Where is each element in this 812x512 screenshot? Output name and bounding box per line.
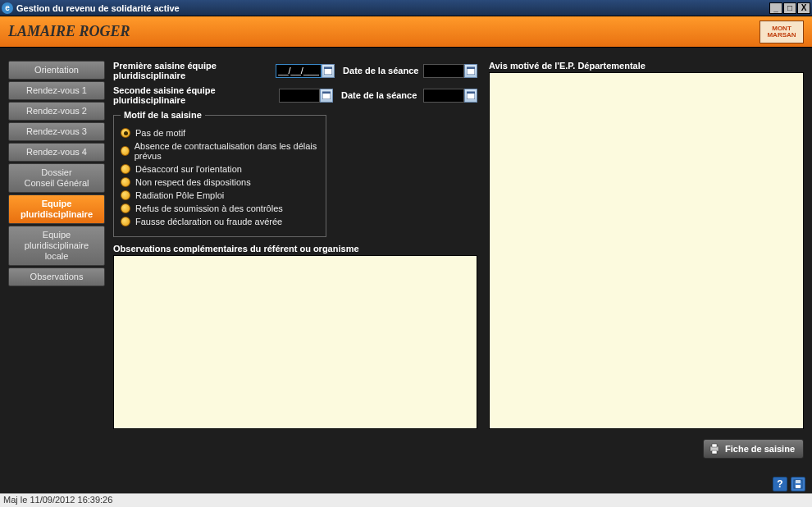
- radio-fausse-declaration[interactable]: Fausse déclaration ou fraude avérée: [121, 217, 319, 226]
- sidebar-item-orientation[interactable]: Orientation: [8, 61, 105, 80]
- sidebar-item-label: Rendez-vous 4: [26, 147, 87, 158]
- radio-label: Pas de motif: [135, 128, 185, 138]
- radio-label: Non respect des dispositions: [135, 177, 251, 187]
- radio-absence-contractualisation[interactable]: Absence de contractualisation dans les d…: [121, 141, 319, 161]
- print-icon: [709, 443, 720, 455]
- radio-label: Absence de contractualisation dans les d…: [135, 141, 319, 161]
- sidebar-item-label: Equipe pluridisciplinaire locale: [12, 230, 101, 262]
- right-column: Avis motivé de l'E.P. Départementale: [489, 61, 804, 429]
- radio-non-respect[interactable]: Non respect des dispositions: [121, 177, 319, 187]
- radio-label: Fausse déclaration ou fraude avérée: [135, 217, 282, 226]
- input-second-saisine-date[interactable]: [279, 89, 320, 103]
- sidebar-item-label: Rendez-vous 2: [26, 106, 87, 117]
- radio-label: Radiation Pôle Emploi: [135, 190, 224, 200]
- sidebar-item-label: Orientation: [34, 65, 79, 75]
- button-label: Fiche de saisine: [725, 444, 795, 454]
- label-seance-date-2: Date de la séance: [341, 90, 423, 100]
- svg-rect-13: [796, 485, 801, 488]
- title-bar: e Gestion du revenu de solidarité active…: [0, 0, 812, 16]
- sidebar-item-rdv3[interactable]: Rendez-vous 3: [8, 122, 105, 141]
- app-icon: e: [2, 2, 13, 14]
- left-column: Première saisine équipe pluridisciplinai…: [113, 61, 477, 429]
- input-first-saisine-date[interactable]: [276, 64, 322, 78]
- svg-rect-12: [796, 480, 801, 483]
- radio-icon: [121, 164, 130, 174]
- sidebar-item-equipe-plur[interactable]: Equipe pluridisciplinaire: [8, 194, 105, 224]
- calendar-icon[interactable]: [464, 64, 477, 78]
- sidebar-item-dossier-cg[interactable]: Dossier Conseil Général: [8, 163, 105, 193]
- save-button[interactable]: [791, 477, 805, 491]
- sidebar-item-label: Observations: [30, 272, 84, 282]
- sidebar-item-label: Equipe pluridisciplinaire: [12, 199, 101, 220]
- radio-icon: [121, 177, 130, 187]
- label-avis: Avis motivé de l'E.P. Départementale: [489, 61, 804, 71]
- main-area: Orientation Rendez-vous 1 Rendez-vous 2 …: [0, 48, 812, 475]
- svg-rect-7: [467, 92, 475, 94]
- calendar-icon[interactable]: [464, 89, 477, 103]
- label-seance-date-1: Date de la séance: [343, 66, 423, 75]
- header-bar: LAMAIRE ROGER MONT MARSAN: [0, 16, 812, 48]
- help-button[interactable]: ?: [773, 477, 787, 491]
- radio-desaccord-orientation[interactable]: Désaccord sur l'orientation: [121, 164, 319, 174]
- svg-rect-5: [322, 92, 331, 94]
- radio-label: Désaccord sur l'orientation: [135, 164, 242, 174]
- minimize-button[interactable]: _: [769, 2, 782, 14]
- svg-rect-10: [712, 450, 717, 454]
- radio-icon: [121, 128, 130, 138]
- close-button[interactable]: X: [797, 2, 810, 14]
- radio-refus-soumission[interactable]: Refus de soumission à des contrôles: [121, 203, 319, 213]
- input-seance-date-1[interactable]: [423, 64, 464, 78]
- radio-label: Refus de soumission à des contrôles: [135, 203, 283, 213]
- sidebar-item-label: Rendez-vous 3: [26, 126, 87, 137]
- fiche-de-saisine-button[interactable]: Fiche de saisine: [703, 439, 804, 459]
- sidebar-item-label: Rendez-vous 1: [26, 85, 87, 96]
- sidebar-item-observations[interactable]: Observations: [8, 267, 105, 286]
- input-seance-date-2[interactable]: [423, 89, 464, 103]
- sidebar-item-rdv4[interactable]: Rendez-vous 4: [8, 143, 105, 162]
- radio-icon: [121, 190, 130, 200]
- logo-mont-marsan: MONT MARSAN: [760, 21, 804, 43]
- window-title: Gestion du revenu de solidarité active: [16, 3, 180, 13]
- textarea-avis[interactable]: [489, 72, 804, 429]
- person-name: LAMAIRE ROGER: [8, 23, 130, 40]
- status-bar: Maj le 11/09/2012 16:39:26: [0, 493, 812, 507]
- radio-radiation-pole-emploi[interactable]: Radiation Pôle Emploi: [121, 190, 319, 200]
- legend-motif: Motif de la saisine: [121, 110, 205, 120]
- radio-icon: [121, 203, 130, 213]
- status-text: Maj le 11/09/2012 16:39:26: [3, 495, 112, 505]
- calendar-icon[interactable]: [322, 64, 335, 78]
- calendar-icon[interactable]: [320, 89, 333, 103]
- label-second-saisine: Seconde saisine équipe pluridisciplinair…: [113, 85, 279, 105]
- sidebar-item-rdv1[interactable]: Rendez-vous 1: [8, 81, 105, 100]
- footer-icon-bar: ?: [0, 475, 812, 493]
- sidebar: Orientation Rendez-vous 1 Rendez-vous 2 …: [8, 61, 105, 470]
- content: Première saisine équipe pluridisciplinai…: [113, 61, 804, 470]
- radio-icon: [121, 217, 130, 226]
- radio-pas-de-motif[interactable]: Pas de motif: [121, 128, 319, 138]
- svg-rect-1: [324, 67, 332, 69]
- maximize-button[interactable]: □: [783, 2, 796, 14]
- svg-rect-3: [467, 67, 475, 69]
- radio-icon: [121, 146, 130, 156]
- sidebar-item-rdv2[interactable]: Rendez-vous 2: [8, 102, 105, 121]
- textarea-observations[interactable]: [113, 255, 477, 429]
- fieldset-motif: Motif de la saisine Pas de motif Absence…: [113, 110, 326, 237]
- sidebar-item-label: Dossier Conseil Général: [25, 167, 89, 189]
- label-observations: Observations complémentaires du référent…: [113, 244, 477, 254]
- sidebar-item-equipe-plur-locale[interactable]: Equipe pluridisciplinaire locale: [8, 226, 105, 266]
- label-first-saisine: Première saisine équipe pluridisciplinai…: [113, 61, 276, 80]
- svg-rect-9: [712, 444, 717, 447]
